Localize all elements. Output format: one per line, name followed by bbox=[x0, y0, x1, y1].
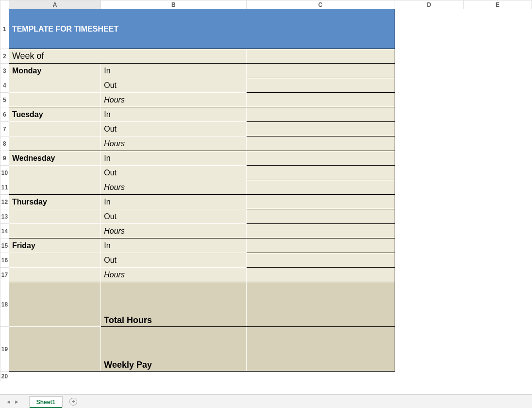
cell-e3[interactable] bbox=[463, 64, 532, 78]
select-all-corner[interactable] bbox=[0, 0, 9, 9]
rowhdr-18[interactable]: 18 bbox=[0, 282, 9, 327]
cell-e13[interactable] bbox=[463, 209, 532, 224]
cell-a10[interactable] bbox=[9, 166, 100, 180]
tuesday-in-label[interactable]: In bbox=[101, 107, 246, 122]
thursday-in-label[interactable]: In bbox=[101, 195, 246, 209]
cell-d7[interactable] bbox=[395, 122, 463, 136]
cell-a13[interactable] bbox=[9, 209, 100, 224]
colhdr-c[interactable]: C bbox=[246, 0, 395, 9]
cell-e19[interactable] bbox=[463, 327, 532, 372]
thursday-out-label[interactable]: Out bbox=[101, 209, 246, 224]
cell-d3[interactable] bbox=[395, 64, 463, 78]
cell-e15[interactable] bbox=[463, 238, 532, 253]
rowhdr-2[interactable]: 2 bbox=[0, 49, 9, 64]
day-friday[interactable]: Friday bbox=[9, 238, 100, 253]
cell-d5[interactable] bbox=[395, 93, 463, 107]
rowhdr-14[interactable]: 14 bbox=[0, 224, 9, 238]
rowhdr-11[interactable]: 11 bbox=[0, 180, 9, 195]
cell-d19[interactable] bbox=[395, 327, 463, 372]
monday-out-value[interactable] bbox=[246, 78, 395, 93]
total-hours-value[interactable] bbox=[246, 282, 395, 327]
wednesday-out-label[interactable]: Out bbox=[101, 166, 246, 180]
rowhdr-4[interactable]: 4 bbox=[0, 78, 9, 93]
cell-a11[interactable] bbox=[9, 180, 100, 195]
tab-next-icon[interactable]: ► bbox=[14, 399, 19, 405]
tuesday-out-label[interactable]: Out bbox=[101, 122, 246, 136]
cell-d14[interactable] bbox=[395, 224, 463, 238]
tuesday-hours-value[interactable] bbox=[246, 136, 395, 151]
cell-a14[interactable] bbox=[9, 224, 100, 238]
cell-e10[interactable] bbox=[463, 166, 532, 180]
cell-b20[interactable] bbox=[101, 372, 246, 381]
total-hours-label[interactable]: Total Hours bbox=[101, 282, 246, 327]
cell-a19[interactable] bbox=[9, 327, 100, 372]
thursday-hours-value[interactable] bbox=[246, 224, 395, 238]
cell-e9[interactable] bbox=[463, 151, 532, 166]
cell-e5[interactable] bbox=[463, 93, 532, 107]
day-monday[interactable]: Monday bbox=[9, 64, 100, 78]
cell-d15[interactable] bbox=[395, 238, 463, 253]
colhdr-d[interactable]: D bbox=[395, 0, 463, 9]
cell-e14[interactable] bbox=[463, 224, 532, 238]
rowhdr-6[interactable]: 6 bbox=[0, 107, 9, 122]
cell-e16[interactable] bbox=[463, 253, 532, 268]
cell-d18[interactable] bbox=[395, 282, 463, 327]
friday-out-label[interactable]: Out bbox=[101, 253, 246, 268]
friday-hours-value[interactable] bbox=[246, 268, 395, 282]
grid[interactable]: A B C D E 1 TEMPLATE FOR TIMESHEET 2 Wee… bbox=[0, 0, 532, 381]
cell-e1[interactable] bbox=[463, 9, 532, 49]
rowhdr-17[interactable]: 17 bbox=[0, 268, 9, 282]
wednesday-in-value[interactable] bbox=[246, 151, 395, 166]
cell-e18[interactable] bbox=[463, 282, 532, 327]
rowhdr-5[interactable]: 5 bbox=[0, 93, 9, 107]
friday-in-value[interactable] bbox=[246, 238, 395, 253]
cell-d1[interactable] bbox=[395, 9, 463, 49]
week-of-value[interactable] bbox=[246, 49, 395, 64]
colhdr-b[interactable]: B bbox=[101, 0, 246, 9]
monday-hours-label[interactable]: Hours bbox=[101, 93, 246, 107]
rowhdr-7[interactable]: 7 bbox=[0, 122, 9, 136]
cell-a7[interactable] bbox=[9, 122, 100, 136]
thursday-out-value[interactable] bbox=[246, 209, 395, 224]
wednesday-in-label[interactable]: In bbox=[101, 151, 246, 166]
rowhdr-1[interactable]: 1 bbox=[0, 9, 9, 49]
wednesday-hours-label[interactable]: Hours bbox=[101, 180, 246, 195]
tuesday-in-value[interactable] bbox=[246, 107, 395, 122]
cell-d20[interactable] bbox=[395, 372, 463, 381]
cell-d10[interactable] bbox=[395, 166, 463, 180]
weekly-pay-label[interactable]: Weekly Pay bbox=[101, 327, 246, 372]
sheet-tab-sheet1[interactable]: Sheet1 bbox=[29, 396, 63, 408]
thursday-hours-label[interactable]: Hours bbox=[101, 224, 246, 238]
wednesday-out-value[interactable] bbox=[246, 166, 395, 180]
rowhdr-3[interactable]: 3 bbox=[0, 64, 9, 78]
cell-e7[interactable] bbox=[463, 122, 532, 136]
cell-c20[interactable] bbox=[246, 372, 395, 381]
week-of-label[interactable]: Week of bbox=[9, 49, 246, 64]
colhdr-e[interactable]: E bbox=[463, 0, 532, 9]
cell-a4[interactable] bbox=[9, 78, 100, 93]
monday-out-label[interactable]: Out bbox=[101, 78, 246, 93]
cell-e17[interactable] bbox=[463, 268, 532, 282]
cell-d11[interactable] bbox=[395, 180, 463, 195]
monday-in-label[interactable]: In bbox=[101, 64, 246, 78]
monday-hours-value[interactable] bbox=[246, 93, 395, 107]
cell-a8[interactable] bbox=[9, 136, 100, 151]
cell-d9[interactable] bbox=[395, 151, 463, 166]
friday-hours-label[interactable]: Hours bbox=[101, 268, 246, 282]
weekly-pay-value[interactable] bbox=[246, 327, 395, 372]
cell-a16[interactable] bbox=[9, 253, 100, 268]
cell-a20[interactable] bbox=[9, 372, 100, 381]
tuesday-hours-label[interactable]: Hours bbox=[101, 136, 246, 151]
cell-d6[interactable] bbox=[395, 107, 463, 122]
cell-d2[interactable] bbox=[395, 49, 463, 64]
friday-out-value[interactable] bbox=[246, 253, 395, 268]
cell-e4[interactable] bbox=[463, 78, 532, 93]
rowhdr-10[interactable]: 10 bbox=[0, 166, 9, 180]
day-wednesday[interactable]: Wednesday bbox=[9, 151, 100, 166]
cell-a5[interactable] bbox=[9, 93, 100, 107]
cell-d8[interactable] bbox=[395, 136, 463, 151]
rowhdr-19[interactable]: 19 bbox=[0, 327, 9, 372]
cell-e2[interactable] bbox=[463, 49, 532, 64]
cell-e8[interactable] bbox=[463, 136, 532, 151]
colhdr-a[interactable]: A bbox=[9, 0, 100, 9]
